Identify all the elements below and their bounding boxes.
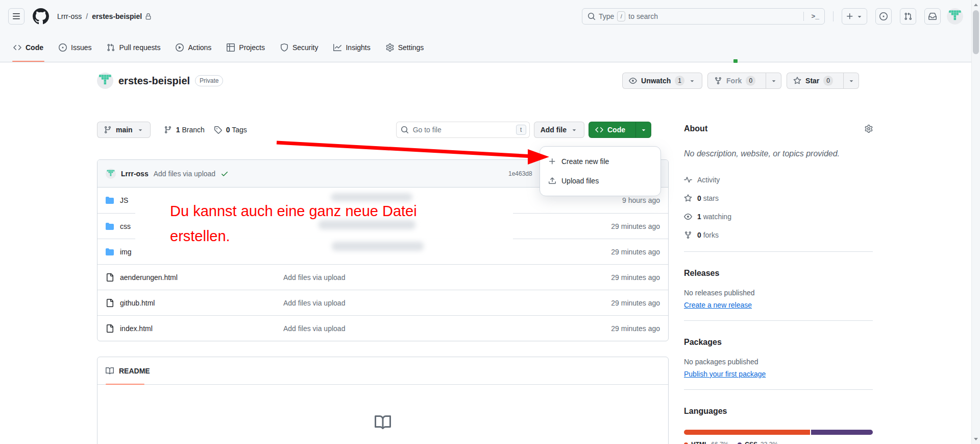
publish-package-link[interactable]: Publish your first package [684,370,766,378]
search-placeholder: to search [628,12,658,20]
tab-settings[interactable]: Settings [381,33,429,62]
page-title[interactable]: erstes-beispiel [118,75,190,87]
sidebar-stat-activity[interactable]: Activity [684,171,873,189]
tab-label: Code [26,43,43,52]
tags-link[interactable]: 0 Tags [214,126,247,134]
file-name-link[interactable]: github.html [120,299,155,307]
search-icon [587,12,596,20]
tab-insights[interactable]: Insights [328,33,375,62]
tutorial-annotation-text: Du kannst auch eine ganz neue Datei erst… [170,199,417,249]
inbox-button[interactable] [924,8,941,25]
language-legend-css[interactable]: CSS33.3% [738,441,778,444]
caret-down-icon [640,126,647,133]
menu-item-create-new-file[interactable]: Create new file [540,152,660,171]
github-logo-icon[interactable] [33,8,49,25]
fork-button[interactable]: Fork 0 [707,73,781,89]
global-header: Lrrr-oss / erstes-beispiel Type / to sea… [0,0,980,33]
issue-opened-icon [879,12,888,20]
table-row[interactable]: github.htmlAdd files via upload29 minute… [97,290,668,315]
menu-item-upload-files[interactable]: Upload files [540,171,660,191]
commit-message-link[interactable]: Add files via upload [154,170,215,178]
file-name-link[interactable]: index.html [120,324,153,333]
star-button[interactable]: Star 0 [787,73,859,89]
code-button[interactable]: Code [589,122,651,138]
sidebar-stat-stars[interactable]: 0 stars [684,189,873,207]
repo-nav: CodeIssuesPull requestsActionsProjectsSe… [0,33,980,62]
tab-pull-requests[interactable]: Pull requests [102,33,165,62]
chevron-down-icon [856,13,863,20]
commit-author[interactable]: Lrrr-oss [121,170,149,178]
goto-file-input[interactable] [396,122,530,138]
code-dropdown-caret[interactable] [635,122,651,137]
breadcrumb-owner[interactable]: Lrrr-oss [57,12,82,20]
issues-dashboard-button[interactable] [875,8,892,25]
tag-icon [214,126,222,134]
create-new-button[interactable] [842,8,867,25]
tab-actions[interactable]: Actions [170,33,216,62]
folder-icon [106,248,114,256]
fork-count: 0 [746,76,755,86]
scrollbar[interactable] [971,0,980,444]
releases-title[interactable]: Releases [684,267,873,279]
packages-title[interactable]: Packages [684,336,873,348]
commit-message-link[interactable]: Add files via upload [283,324,561,333]
t-key-hint: t [516,125,526,135]
language-legend-html[interactable]: HTML66.7% [684,441,728,444]
chevron-down-icon [770,77,777,84]
repo-avatar[interactable] [97,73,113,89]
language-bar-segment-css[interactable] [811,430,873,435]
add-file-button[interactable]: Add file [534,122,584,138]
language-name: CSS [745,441,757,444]
tab-label: Actions [188,43,211,52]
languages-bar[interactable] [684,430,873,435]
branches-link[interactable]: 1 Branch [164,126,205,134]
star-label: Star [805,77,819,85]
caret-down-icon [571,126,578,133]
commit-message-link[interactable]: Add files via upload [283,299,561,307]
sidebar-stat-forks[interactable]: 0 forks [684,226,873,244]
book-icon [106,367,114,375]
global-search-input[interactable]: Type / to search >_ [582,8,825,25]
check-icon[interactable] [220,170,229,178]
tab-issues[interactable]: Issues [54,33,96,62]
tag-icon [214,126,222,134]
gear-icon[interactable] [865,125,873,133]
toolbar-right: t Add file Code [396,122,651,138]
pull-requests-dashboard-button[interactable] [900,8,916,25]
scrollbar-down-arrow[interactable] [974,438,978,440]
create-release-link[interactable]: Create a new release [684,301,752,309]
stat-label: 0 stars [697,194,719,202]
repo-title-group: erstes-beispiel Private [97,73,223,89]
breadcrumb-repo[interactable]: erstes-beispiel [92,12,142,20]
commit-author-avatar[interactable] [106,169,116,179]
command-palette-icon[interactable]: >_ [811,13,819,20]
divider [684,251,873,252]
divider [833,11,834,21]
table-row[interactable]: index.htmlAdd files via upload29 minutes… [97,315,668,341]
three-bars-icon [12,12,20,20]
hamburger-menu-button[interactable] [8,8,24,25]
commit-hash[interactable]: 1e463d8 [508,160,532,187]
check-icon [220,170,229,178]
tab-code[interactable]: Code [8,33,48,62]
sidebar-stat-watching[interactable]: 1 watching [684,207,873,226]
table-row[interactable]: aenderungen.htmlAdd files via upload29 m… [97,264,668,290]
tab-security[interactable]: Security [275,33,324,62]
file-name-link[interactable]: aenderungen.html [120,273,178,282]
fork-icon [714,77,722,85]
scrollbar-up-arrow[interactable] [974,4,978,6]
file-name-link[interactable]: JS [120,196,128,204]
file-icon [106,324,114,333]
unwatch-button[interactable]: Unwatch 1 [622,73,702,89]
commit-message-link[interactable]: Add files via upload [283,273,561,282]
file-name-link[interactable]: css [120,222,131,230]
file-name-link[interactable]: img [120,248,132,256]
language-bar-segment-html[interactable] [684,430,810,435]
readme-tab[interactable]: README [119,367,150,375]
user-avatar[interactable] [947,8,963,25]
scrollbar-thumb[interactable] [973,10,979,54]
branch-selector[interactable]: main [97,122,151,138]
star-dropdown-caret[interactable] [843,73,859,88]
fork-dropdown-caret[interactable] [766,73,781,88]
tab-projects[interactable]: Projects [222,33,270,62]
